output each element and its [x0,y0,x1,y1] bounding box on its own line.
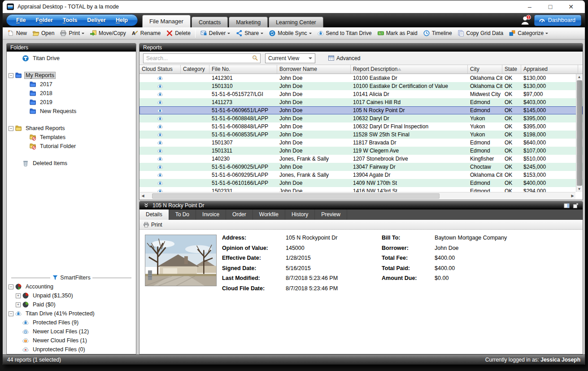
collapse-box-icon[interactable]: − [9,126,13,131]
column-header-cloud-status[interactable]: Cloud Status [139,65,181,74]
tree-item-new-requests[interactable]: New Requests [7,107,136,116]
tree-item-accounting[interactable]: −Accounting [7,282,136,291]
tree-item-deleted-items[interactable]: Deleted Items [7,159,136,168]
detail-tab-to-do[interactable]: To Do [169,210,196,220]
column-header-category[interactable]: Category [181,65,209,74]
tab-contacts[interactable]: Contacts [192,17,228,27]
tree-item-unpaid-1-350[interactable]: +Unpaid ($1,350) [7,291,136,300]
table-row[interactable]: 51-51-6-0608848/LAPPJohn Doe10632 Daryl … [139,122,583,131]
scroll-down-icon[interactable]: ▼ [578,186,581,192]
menu-folder[interactable]: Folder [31,17,58,23]
advanced-button[interactable]: Advanced [328,55,360,61]
scrollbar-thumb[interactable] [577,80,582,186]
expand-box-icon[interactable]: + [16,293,21,298]
table-row[interactable]: 140230Jones, Frank & Sally1207 Stonebroo… [139,155,583,163]
file_no-cell: 51-51-6-0515727/LGI [209,90,277,98]
tree-item-shared-reports[interactable]: −Shared Reports [7,124,136,133]
collapse-box-icon[interactable]: − [9,311,13,316]
detail-tab-invoice[interactable]: Invoice [196,210,226,220]
user-notification-icon[interactable] [520,14,531,26]
mobile-sync-button[interactable]: Mobile Sync [266,28,314,39]
table-row[interactable]: 1501307John Doe11817 Bravada DrEdmondOK$… [139,139,583,147]
timeline-button[interactable]: Timeline [420,28,455,39]
tree-item-newer-cloud-files-1[interactable]: Newer Cloud Files (1) [7,336,136,345]
table-row[interactable]: 51-51-6-0609025/LAPPJohn Doe13047 Fairwa… [139,163,583,171]
menu-deliver[interactable]: Deliver [82,17,111,23]
popout-icon[interactable] [572,202,579,209]
column-header-report-description[interactable]: Report Description [351,65,468,74]
view-selector[interactable]: Current View [265,53,315,63]
panel-columns-icon[interactable] [563,202,570,209]
column-header-file-no[interactable]: File No. [209,65,277,74]
scroll-left-icon[interactable]: ◀ [140,193,146,199]
table-row[interactable]: 1412301John Doe10100 Eastlake DrOklahoma… [139,74,583,82]
share-button[interactable]: Share [233,28,266,39]
tree-item-my-reports[interactable]: −My Reports [7,71,136,80]
column-header-state[interactable]: State [502,65,521,74]
maximize-button[interactable]: □ [540,1,561,12]
open-button[interactable]: Open [30,28,57,39]
search-icon[interactable] [252,55,258,61]
table-row[interactable]: 51-51-6-0608848/LAPPJohn Doe10632 Daryl … [139,114,583,122]
move-copy-button[interactable]: Move/Copy [87,28,129,39]
column-header-appraised[interactable]: Appraised [521,65,578,74]
tree-item-2018[interactable]: 2018 [7,89,136,98]
mark-as-paid-button[interactable]: $Mark as Paid [375,28,420,39]
categorize-button[interactable]: Categorize [506,28,551,39]
table-row[interactable]: 1501310John Doe10100 Eastlake Dr Certifi… [139,82,583,90]
minimize-button[interactable]: – [519,1,540,12]
rename-button[interactable]: ARename [129,28,163,39]
scroll-right-icon[interactable]: ▶ [570,193,575,199]
table-row[interactable]: 1501311John Doe119 W Clegern AveEdmondOK… [139,147,583,155]
table-row[interactable]: 51-51-6-0515727/LGIJohn Doe10141 Alicia … [139,90,583,98]
scrollbar-thumb[interactable] [152,193,440,199]
table-row[interactable]: 1411273John Doe1017 Caines Hill RdEdmond… [139,98,583,106]
tab-learning-center[interactable]: Learning Center [269,17,323,27]
delete-button[interactable]: Delete [163,28,193,39]
detail-tab-history[interactable]: History [285,210,315,220]
tree-item-newer-local-files-12[interactable]: Newer Local Files (12) [7,327,136,336]
menu-file[interactable]: File [11,17,31,23]
detail-tab-workfile[interactable]: Workfile [253,210,285,220]
tree-item-tutorial-folder[interactable]: Tutorial Folder [7,142,136,151]
collapse-chevrons-icon[interactable] [143,202,149,209]
collapse-box-icon[interactable]: − [9,73,13,78]
tree-item-templates[interactable]: Templates [7,133,136,142]
menu-tools[interactable]: Tools [58,17,82,23]
table-row[interactable]: 51-51-6-0608535/LAPPJohn Doe11528 SW 25t… [139,131,583,139]
detail-tab-order[interactable]: Order [226,210,253,220]
tree-item-2017[interactable]: 2017 [7,80,136,89]
close-button[interactable]: ✕ [561,1,581,12]
table-row[interactable]: 51-51-6-0609651/LAPPJohn Doe105 N Rocky … [139,106,583,114]
dashboard-button[interactable]: Dashboard [534,15,581,26]
table-row[interactable]: 51-51-6-0609295/LAPPJones, Frank & Sally… [139,171,583,179]
vertical-scrollbar[interactable]: ▲ ▼ [576,74,582,192]
column-header-city[interactable]: City [468,65,502,74]
tab-marketing[interactable]: Marketing [229,17,268,27]
tree-item-protected-files-9[interactable]: Protected Files (9) [7,318,136,327]
print-button[interactable]: Print [57,28,87,39]
collapse-box-icon[interactable]: − [9,284,13,289]
scroll-up-icon[interactable]: ▲ [578,74,581,80]
send-to-titan-drive-button[interactable]: Send to Titan Drive [314,28,375,39]
tree-item-titan-drive[interactable]: Titan Drive [7,54,136,63]
tree-item-unprotected-files-0[interactable]: Unprotected Files (0) [7,345,136,354]
new-button[interactable]: New [4,28,30,39]
table-row[interactable]: 51-51-6-0610166/LAPPJohn Doe1409 NW 170t… [139,179,583,187]
detail-tab-details[interactable]: Details [139,210,169,220]
expand-box-icon[interactable]: + [16,302,21,307]
column-header-borrower-name[interactable]: Borrower Name [277,65,351,74]
open-folder-icon [32,30,39,37]
menu-help[interactable]: Help [111,17,133,23]
tab-file-manager[interactable]: File Manager [142,15,191,27]
status-bar: 44 reports (1 selected) Currently logged… [3,354,585,364]
detail-tab-preview[interactable]: Preview [315,210,347,220]
search-input[interactable] [146,55,252,61]
tree-item-titan-drive-41-protected[interactable]: −Titan Drive (41% Protected) [7,309,136,318]
copy-grid-data-button[interactable]: Copy Grid Data [455,28,506,39]
tree-item-paid-0[interactable]: +Paid ($0) [7,300,136,309]
horizontal-scrollbar[interactable]: ◀ ▶ [140,192,575,199]
deliver-button[interactable]: Deliver [197,28,233,39]
print-button[interactable]: Print [151,222,162,228]
tree-item-2019[interactable]: 2019 [7,98,136,107]
